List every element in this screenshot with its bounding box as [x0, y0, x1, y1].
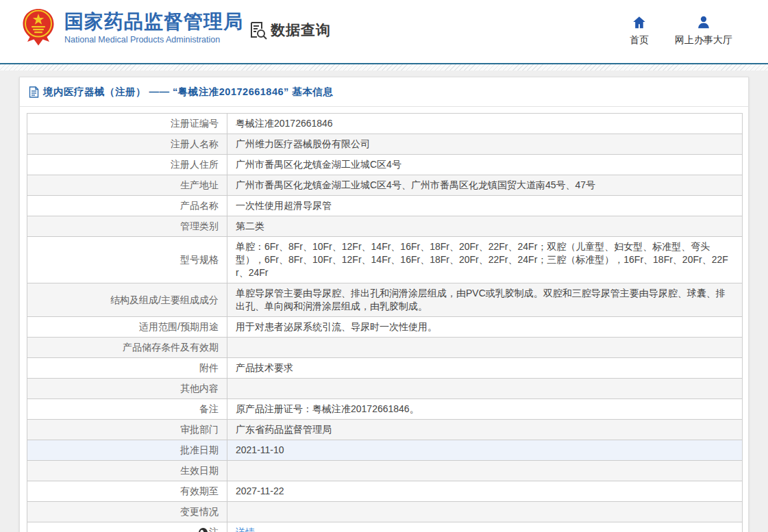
row-value: 单腔：6Fr、8Fr、10Fr、12Fr、14Fr、16Fr、18Fr、20Fr… — [227, 237, 743, 283]
table-row: 有效期至2027-11-22 — [27, 481, 743, 502]
row-label: 其他内容 — [27, 379, 227, 399]
data-search-icon — [249, 21, 267, 40]
table-row: 结构及组成/主要组成成分单腔导尿管主要由导尿腔、排出孔和润滑涂层组成，由PVC或… — [27, 283, 743, 317]
row-label: 管理类别 — [27, 216, 227, 237]
document-icon — [29, 86, 39, 98]
row-value: 单腔导尿管主要由导尿腔、排出孔和润滑涂层组成，由PVC或乳胶制成。双腔和三腔导尿… — [227, 283, 743, 317]
row-label: 批准日期 — [27, 440, 227, 461]
row-value: 广东省药品监督管理局 — [227, 420, 743, 440]
table-row: 适用范围/预期用途用于对患者泌尿系统引流、导尿时一次性使用。 — [27, 317, 743, 338]
row-value: 2021-11-10 — [227, 440, 743, 461]
table-row: 备注原产品注册证号：粤械注准20172661846。 — [27, 399, 743, 420]
page-title: 境内医疗器械（注册） —— “粤械注准20172661846” 基本信息 — [43, 86, 333, 99]
row-label: 注册人名称 — [27, 134, 227, 155]
table-row: 产品储存条件及有效期 — [27, 338, 743, 358]
data-search-label: 数据查询 — [271, 21, 331, 40]
data-search-section[interactable]: 数据查询 — [249, 21, 331, 40]
table-row: 注册人住所广州市番禺区化龙镇金湖工业城C区4号 — [27, 155, 743, 175]
row-value: 广州市番禺区化龙镇金湖工业城C区4号、广州市番禺区化龙镇国贸大道南45号、47号 — [227, 175, 743, 196]
top-nav: 首页 网上办事大厅 — [630, 15, 732, 47]
site-title: 国家药品监督管理局 — [64, 11, 243, 33]
page: 国家药品监督管理局 National Medical Products Admi… — [0, 0, 768, 532]
row-label: 型号规格 — [27, 237, 227, 283]
row-label: 注册证编号 — [27, 114, 227, 134]
table-row: 注详情 — [27, 522, 743, 532]
china-national-emblem-icon — [21, 8, 56, 47]
hatch-strip — [0, 64, 768, 71]
row-value: 广州市番禺区化龙镇金湖工业城C区4号 — [227, 155, 743, 175]
table-row: 型号规格单腔：6Fr、8Fr、10Fr、12Fr、14Fr、16Fr、18Fr、… — [27, 237, 743, 283]
row-label: 结构及组成/主要组成成分 — [27, 283, 227, 317]
table-row: 管理类别第二类 — [27, 216, 743, 237]
nav-online-hall[interactable]: 网上办事大厅 — [675, 15, 732, 47]
table-row: 产品名称一次性使用超滑导尿管 — [27, 196, 743, 216]
row-label: 附件 — [27, 358, 227, 379]
row-label: 有效期至 — [27, 481, 227, 502]
site-logo[interactable]: 国家药品监督管理局 National Medical Products Admi… — [21, 8, 243, 47]
row-label: 审批部门 — [27, 420, 227, 440]
row-value: 粤械注准20172661846 — [227, 114, 743, 134]
row-label: 适用范围/预期用途 — [27, 317, 227, 338]
nav-home-label: 首页 — [630, 34, 649, 47]
row-label: 产品名称 — [27, 196, 227, 216]
row-value: 详情 — [227, 522, 743, 532]
home-icon — [632, 15, 647, 30]
row-label: 注 — [27, 522, 227, 532]
row-value: 产品技术要求 — [227, 358, 743, 379]
info-table-body: 注册证编号粤械注准20172661846注册人名称广州维力医疗器械股份有限公司注… — [27, 114, 743, 532]
row-label: 变更情况 — [27, 502, 227, 522]
row-value: 用于对患者泌尿系统引流、导尿时一次性使用。 — [227, 317, 743, 338]
table-row: 附件产品技术要求 — [27, 358, 743, 379]
site-header: 国家药品监督管理局 National Medical Products Admi… — [0, 0, 768, 63]
row-value: 2027-11-22 — [227, 481, 743, 502]
registration-info-table: 注册证编号粤械注准20172661846注册人名称广州维力医疗器械股份有限公司注… — [27, 113, 743, 532]
user-icon — [696, 15, 711, 30]
table-row: 其他内容 — [27, 379, 743, 399]
row-label: 注册人住所 — [27, 155, 227, 175]
row-label: 产品储存条件及有效期 — [27, 338, 227, 358]
row-value — [227, 461, 743, 481]
site-subtitle: National Medical Products Administration — [64, 35, 243, 45]
row-label: 生产地址 — [27, 175, 227, 196]
table-row: 生效日期 — [27, 461, 743, 481]
table-row: 注册人名称广州维力医疗器械股份有限公司 — [27, 134, 743, 155]
row-value: 第二类 — [227, 216, 743, 237]
row-label: 生效日期 — [27, 461, 227, 481]
nav-home[interactable]: 首页 — [630, 15, 649, 47]
nav-online-hall-label: 网上办事大厅 — [675, 34, 732, 47]
registration-info-card: 境内医疗器械（注册） —— “粤械注准20172661846” 基本信息 注册证… — [19, 77, 749, 532]
row-label: 备注 — [27, 399, 227, 420]
table-row: 注册证编号粤械注准20172661846 — [27, 114, 743, 134]
table-row: 生产地址广州市番禺区化龙镇金湖工业城C区4号、广州市番禺区化龙镇国贸大道南45号… — [27, 175, 743, 196]
row-value — [227, 338, 743, 358]
row-value — [227, 502, 743, 522]
logo-text: 国家药品监督管理局 National Medical Products Admi… — [64, 11, 243, 45]
row-value: 一次性使用超滑导尿管 — [227, 196, 743, 216]
table-row: 审批部门广东省药品监督管理局 — [27, 420, 743, 440]
note-icon — [199, 528, 208, 532]
card-title-bar: 境内医疗器械（注册） —— “粤械注准20172661846” 基本信息 — [20, 77, 748, 107]
table-row: 批准日期2021-11-10 — [27, 440, 743, 461]
row-value — [227, 379, 743, 399]
detail-link[interactable]: 详情 — [236, 527, 255, 532]
table-row: 变更情况 — [27, 502, 743, 522]
row-value: 广州维力医疗器械股份有限公司 — [227, 134, 743, 155]
row-value: 原产品注册证号：粤械注准20172661846。 — [227, 399, 743, 420]
